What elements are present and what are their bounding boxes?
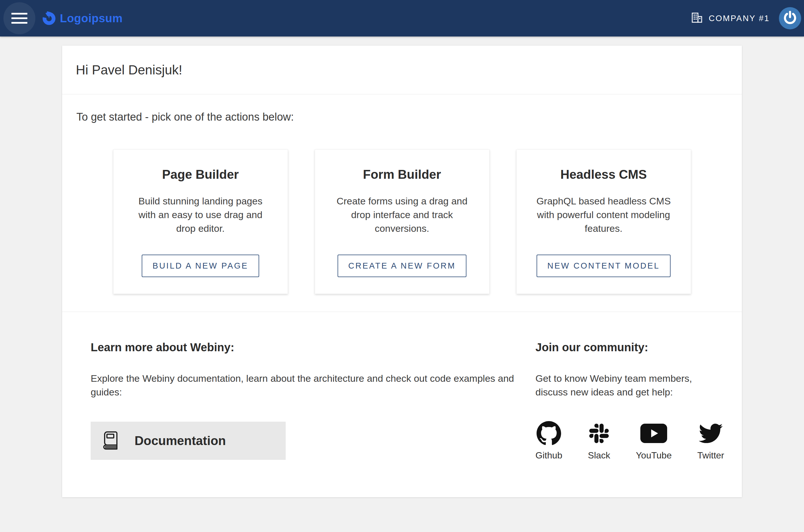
documentation-button[interactable]: Documentation <box>91 422 286 460</box>
slack-icon <box>588 421 610 445</box>
navbar-left: Logoipsum <box>0 2 122 34</box>
action-card-form-builder: Form Builder Create forms using a drag a… <box>315 149 490 294</box>
build-new-page-button[interactable]: BUILD A NEW PAGE <box>142 254 259 277</box>
action-cards-row: Page Builder Build stunning landing page… <box>76 149 728 294</box>
community-paragraph: Get to know Webiny team members, discuss… <box>535 372 724 399</box>
youtube-icon <box>640 421 667 445</box>
footer-section: Learn more about Webiny: Explore the Web… <box>62 312 742 497</box>
learn-more-column: Learn more about Webiny: Explore the Web… <box>91 341 535 461</box>
company-label: COMPANY #1 <box>709 14 770 23</box>
slack-link[interactable]: Slack <box>588 421 610 461</box>
power-icon <box>783 10 798 26</box>
social-links-row: Github Slack <box>535 421 724 461</box>
logo[interactable]: Logoipsum <box>42 12 122 25</box>
hamburger-icon <box>12 13 27 15</box>
company-switcher[interactable]: COMPANY #1 <box>692 13 770 24</box>
youtube-label: YouTube <box>636 450 672 461</box>
action-card-description: Build stunning landing pages with an eas… <box>131 194 270 235</box>
action-card-title: Form Builder <box>363 167 441 182</box>
hamburger-icon <box>12 17 27 19</box>
learn-more-heading: Learn more about Webiny: <box>91 341 535 354</box>
main-card: Hi Pavel Denisjuk! To get started - pick… <box>62 45 742 497</box>
action-card-headless-cms: Headless CMS GraphQL based headless CMS … <box>516 149 691 294</box>
building-icon <box>692 13 703 24</box>
github-link[interactable]: Github <box>535 421 562 461</box>
navbar-right: COMPANY #1 <box>692 7 801 30</box>
logoipsum-ring-icon <box>42 12 56 25</box>
slack-label: Slack <box>588 450 610 461</box>
twitter-label: Twitter <box>697 450 724 461</box>
github-label: Github <box>535 450 562 461</box>
get-started-section: To get started - pick one of the actions… <box>62 94 742 312</box>
avatar[interactable] <box>779 7 801 30</box>
hamburger-icon <box>12 22 27 24</box>
top-navbar: Logoipsum C <box>0 0 804 37</box>
twitter-icon <box>699 421 723 445</box>
new-content-model-button[interactable]: NEW CONTENT MODEL <box>537 254 671 277</box>
greeting-section: Hi Pavel Denisjuk! <box>62 45 742 94</box>
community-column: Join our community: Get to know Webiny t… <box>535 341 728 461</box>
twitter-link[interactable]: Twitter <box>697 421 724 461</box>
action-card-page-builder: Page Builder Build stunning landing page… <box>113 149 288 294</box>
learn-more-paragraph: Explore the Webiny documentation, learn … <box>91 372 535 399</box>
action-card-description: GraphQL based headless CMS with powerful… <box>534 194 673 235</box>
documentation-label: Documentation <box>135 434 226 448</box>
logo-text: Logoipsum <box>60 12 122 25</box>
page: Logoipsum C <box>0 0 804 497</box>
github-icon <box>537 421 561 445</box>
action-card-title: Page Builder <box>162 167 239 182</box>
community-heading: Join our community: <box>535 341 728 354</box>
create-new-form-button[interactable]: CREATE A NEW FORM <box>338 254 467 277</box>
book-icon <box>100 430 122 452</box>
get-started-intro: To get started - pick one of the actions… <box>76 111 728 123</box>
page-title: Hi Pavel Denisjuk! <box>76 62 728 78</box>
menu-button[interactable] <box>3 2 35 34</box>
action-card-title: Headless CMS <box>560 167 647 182</box>
youtube-link[interactable]: YouTube <box>636 421 672 461</box>
action-card-description: Create forms using a drag and drop inter… <box>333 194 471 235</box>
